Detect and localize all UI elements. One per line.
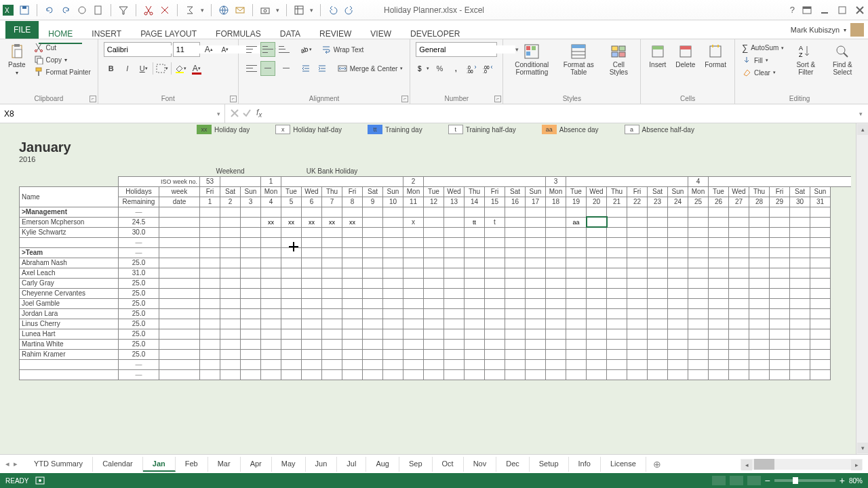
sum-icon[interactable] — [184, 5, 195, 16]
alignment-launcher[interactable]: ⌐ — [401, 96, 408, 102]
sheet-tab-ytd-summary[interactable]: YTD Summary — [24, 457, 93, 472]
align-right-icon[interactable] — [277, 61, 292, 76]
orientation-icon[interactable]: ab▾ — [298, 42, 313, 57]
add-sheet-button[interactable]: ⊕ — [646, 456, 668, 472]
sheet-tab-info[interactable]: Info — [569, 457, 601, 472]
sheet-tab-dec[interactable]: Dec — [496, 457, 530, 472]
vertical-scrollbar[interactable]: ▴ ▾ — [856, 123, 868, 454]
insert-button[interactable]: Insert — [646, 42, 669, 70]
format-button[interactable]: Format — [702, 42, 729, 70]
filter-icon[interactable] — [118, 5, 129, 16]
redo-icon[interactable] — [60, 5, 71, 16]
maximize-icon[interactable] — [837, 5, 848, 16]
sheet-tab-mar[interactable]: Mar — [208, 457, 241, 472]
macro-record-icon[interactable] — [35, 476, 45, 485]
font-name-combo[interactable]: ▾ — [104, 42, 172, 57]
autosum-button[interactable]: ∑AutoSum ▾ — [741, 42, 785, 54]
currency-icon[interactable]: $▾ — [416, 61, 431, 76]
fill-button[interactable]: Fill ▾ — [741, 55, 785, 66]
worksheet[interactable]: xxHoliday day xHoliday half-day ttTraini… — [0, 123, 868, 454]
sheet-tab-oct[interactable]: Oct — [433, 457, 464, 472]
clear-icon[interactable] — [159, 5, 170, 16]
sheet-tab-setup[interactable]: Setup — [530, 457, 569, 472]
cut-icon[interactable] — [143, 5, 154, 16]
link-icon[interactable] — [218, 5, 229, 16]
delete-button[interactable]: Delete — [673, 42, 698, 70]
view-layout-icon[interactable] — [730, 476, 743, 485]
copy-button[interactable]: Copy ▾ — [33, 54, 92, 65]
undo-icon[interactable] — [44, 5, 55, 16]
sheet-tab-may[interactable]: May — [272, 457, 306, 472]
zoom-out-button[interactable]: − — [765, 475, 770, 486]
file-tab[interactable]: FILE — [5, 21, 39, 39]
sheet-tab-license[interactable]: License — [601, 457, 646, 472]
horizontal-scrollbar[interactable]: ◂ ▸ — [741, 459, 863, 470]
decrease-font-icon[interactable]: A▾ — [218, 42, 233, 57]
sheet-tab-feb[interactable]: Feb — [176, 457, 208, 472]
user-account[interactable]: Mark Kubiszyn ▾ — [791, 23, 864, 37]
freeze-icon[interactable] — [294, 5, 304, 16]
align-middle-icon[interactable] — [260, 42, 275, 57]
border-button[interactable]: ▾ — [155, 61, 170, 76]
view-pagebreak-icon[interactable] — [747, 476, 761, 485]
format-as-table-button[interactable]: Format as Table — [559, 42, 598, 77]
sheet-tab-aug[interactable]: Aug — [366, 457, 399, 472]
font-color-button[interactable]: A▾ — [189, 61, 204, 76]
expand-formula-icon[interactable]: ▾ — [854, 110, 868, 117]
cell-styles-button[interactable]: Cell Styles — [602, 42, 635, 77]
clear-button[interactable]: Clear ▾ — [741, 67, 785, 78]
cancel-formula-icon[interactable] — [229, 108, 240, 119]
scroll-up-icon[interactable]: ▴ — [857, 124, 868, 135]
merge-center-button[interactable]: Merge & Center ▾ — [336, 63, 405, 74]
fx-icon[interactable]: fx — [254, 108, 264, 119]
touch-icon[interactable] — [77, 5, 87, 16]
tab-nav-next-icon[interactable]: ▸ — [14, 460, 18, 468]
scroll-down-icon[interactable]: ▾ — [857, 443, 868, 453]
sheet-tab-jun[interactable]: Jun — [306, 457, 338, 472]
increase-font-icon[interactable]: A▴ — [201, 42, 216, 57]
sort-filter-button[interactable]: AZSort & Filter — [789, 42, 822, 77]
format-painter-button[interactable]: Format Painter — [33, 66, 92, 77]
number-format-combo[interactable]: ▾ — [416, 42, 497, 57]
align-left-icon[interactable] — [244, 61, 259, 76]
increase-indent-icon[interactable] — [315, 61, 330, 76]
conditional-formatting-button[interactable]: Conditional Formatting — [509, 42, 555, 77]
bold-button[interactable]: B — [104, 61, 119, 76]
increase-decimal-icon[interactable]: .0.00 — [465, 61, 479, 76]
align-bottom-icon[interactable] — [277, 42, 292, 57]
camera-icon[interactable] — [260, 5, 271, 16]
close-icon[interactable] — [854, 5, 865, 16]
name-box[interactable]: ▾ — [0, 104, 225, 123]
scroll-left-icon[interactable]: ◂ — [741, 460, 752, 470]
underline-button[interactable]: U▾ — [136, 61, 151, 76]
scroll-right-icon[interactable]: ▸ — [851, 460, 862, 470]
help-icon[interactable]: ? — [790, 5, 795, 15]
tab-nav-prev-icon[interactable]: ◂ — [5, 460, 9, 468]
wrap-text-button[interactable]: Wrap Text — [320, 44, 366, 55]
zoom-slider[interactable] — [774, 479, 835, 482]
percent-icon[interactable]: % — [432, 61, 447, 76]
sheet-tab-calendar[interactable]: Calendar — [93, 457, 143, 472]
decrease-indent-icon[interactable] — [298, 61, 313, 76]
ribbon-options-icon[interactable] — [802, 5, 812, 16]
align-center-icon[interactable] — [260, 61, 275, 76]
redo2-icon[interactable] — [344, 5, 355, 16]
holiday-planner-grid[interactable]: WeekendUK Bank HolidayISO week no.531234… — [19, 166, 851, 380]
new-icon[interactable] — [93, 5, 104, 16]
decrease-decimal-icon[interactable]: .00.0 — [481, 61, 496, 76]
sheet-tab-nov[interactable]: Nov — [464, 457, 497, 472]
undo2-icon[interactable] — [328, 5, 338, 16]
find-select-button[interactable]: Find & Select — [826, 42, 859, 77]
zoom-in-button[interactable]: + — [840, 475, 845, 486]
sheet-tab-apr[interactable]: Apr — [241, 457, 272, 472]
fill-color-button[interactable]: ▾ — [173, 61, 188, 76]
cut-button[interactable]: Cut — [33, 42, 92, 53]
clipboard-launcher[interactable]: ⌐ — [90, 96, 96, 102]
font-size-combo[interactable]: ▾ — [173, 42, 200, 57]
comma-icon[interactable]: , — [448, 61, 463, 76]
align-top-icon[interactable] — [244, 42, 259, 57]
accept-formula-icon[interactable] — [241, 108, 252, 119]
view-normal-icon[interactable] — [712, 476, 726, 485]
save-icon[interactable] — [19, 5, 30, 16]
font-launcher[interactable]: ⌐ — [230, 96, 237, 102]
